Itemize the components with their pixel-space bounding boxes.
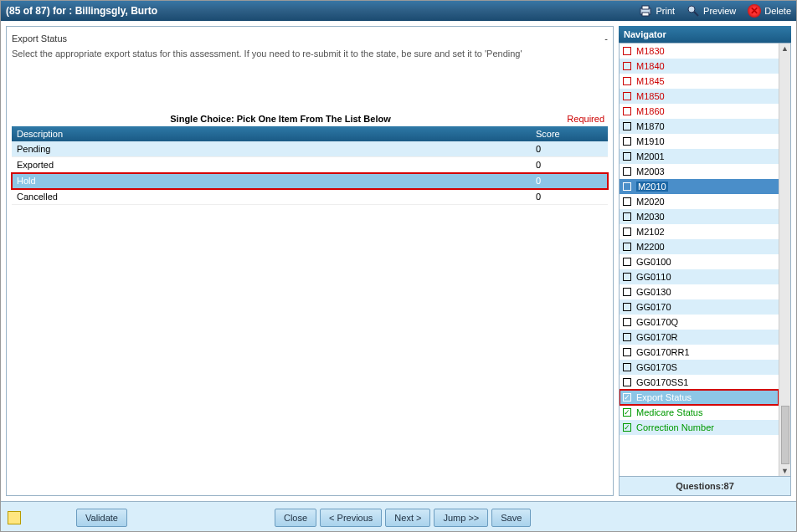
print-label: Print: [656, 6, 675, 16]
collapse-toggle[interactable]: -: [604, 33, 608, 43]
nav-item-m1840[interactable]: M1840: [620, 59, 779, 74]
svg-point-3: [688, 6, 695, 13]
navigator-header: Navigator: [619, 26, 791, 43]
grid-row-hold[interactable]: Hold0: [12, 173, 608, 189]
grid-cell-description: Pending: [17, 144, 536, 154]
checkbox-icon: [623, 318, 631, 326]
navigator-scrollbar[interactable]: ▲ ▼: [779, 43, 790, 476]
grid-cell-score: 0: [536, 160, 603, 170]
printer-icon: [639, 4, 652, 18]
nav-item-m2010[interactable]: M2010: [620, 179, 779, 194]
nav-item-label: GG0170SS1: [636, 377, 688, 387]
nav-item-label: M2010: [636, 182, 668, 192]
checkbox-icon: [623, 303, 631, 311]
save-button[interactable]: Save: [491, 509, 531, 527]
checkbox-icon: [623, 152, 631, 161]
nav-item-m2102[interactable]: M2102: [620, 224, 779, 239]
delete-button[interactable]: ✕ Delete: [748, 4, 791, 18]
next-button[interactable]: Next >: [385, 509, 430, 527]
nav-item-m1910[interactable]: M1910: [620, 134, 779, 149]
grid-cell-description: Hold: [17, 176, 536, 186]
grid-cell-score: 0: [536, 144, 603, 154]
navigator-body: M1830M1840M1845M1850M1860M1870M1910M2001…: [619, 43, 791, 477]
delete-icon: ✕: [748, 4, 761, 18]
checkbox-icon: [623, 182, 631, 191]
grid-row-cancelled[interactable]: Cancelled0: [12, 189, 608, 205]
nav-item-m2030[interactable]: M2030: [620, 209, 779, 224]
nav-item-m2200[interactable]: M2200: [620, 239, 779, 254]
main-panel: Export Status - Select the appropriate e…: [6, 26, 614, 496]
previous-button[interactable]: < Previous: [320, 509, 382, 527]
nav-item-m2001[interactable]: M2001: [620, 149, 779, 164]
grid-row-pending[interactable]: Pending0: [12, 141, 608, 157]
nav-item-gg0170s[interactable]: GG0170S: [620, 360, 779, 375]
grid-row-exported[interactable]: Exported0: [12, 157, 608, 173]
nav-item-m1845[interactable]: M1845: [620, 74, 779, 89]
nav-item-gg0170r[interactable]: GG0170R: [620, 330, 779, 345]
nav-item-m1850[interactable]: M1850: [620, 89, 779, 104]
nav-item-m1870[interactable]: M1870: [620, 119, 779, 134]
checkbox-icon: [623, 197, 631, 206]
section-title: Export Status: [12, 33, 67, 43]
preview-label: Preview: [703, 6, 736, 16]
nav-item-label: M1840: [636, 61, 665, 71]
nav-item-label: M2030: [636, 212, 665, 222]
checkbox-icon: [623, 212, 631, 221]
nav-item-label: Correction Number: [636, 422, 714, 432]
checkbox-icon: [623, 92, 631, 100]
navigator-footer: Questions:87: [619, 477, 791, 496]
checkbox-icon: [623, 243, 631, 251]
required-label: Required: [546, 114, 604, 124]
nav-item-label: M1870: [636, 121, 665, 131]
nav-item-m2020[interactable]: M2020: [620, 194, 779, 209]
nav-button-group: Close < Previous Next > Jump >> Save: [275, 509, 531, 527]
single-choice-label: Single Choice: Pick One Item From The Li…: [15, 114, 546, 124]
nav-item-label: Medicare Status: [636, 407, 702, 417]
nav-item-label: GG0170S: [636, 362, 677, 372]
nav-item-gg0170rr1[interactable]: GG0170RR1: [620, 345, 779, 360]
checkbox-icon: [623, 62, 631, 70]
grid-cell-score: 0: [536, 176, 603, 186]
nav-item-label: M1850: [636, 91, 665, 101]
nav-item-m1830[interactable]: M1830: [620, 43, 779, 59]
svg-rect-2: [642, 13, 649, 16]
scroll-thumb[interactable]: [781, 406, 789, 464]
nav-item-gg0100[interactable]: GG0100: [620, 254, 779, 269]
grid-cell-description: Exported: [17, 160, 536, 170]
nav-item-label: M2020: [636, 197, 665, 207]
single-choice-row: Single Choice: Pick One Item From The Li…: [12, 111, 608, 126]
nav-item-gg0170ss1[interactable]: GG0170SS1: [620, 375, 779, 390]
note-icon[interactable]: [8, 511, 21, 524]
scroll-up-icon[interactable]: ▲: [780, 43, 790, 54]
section-title-row: Export Status -: [12, 32, 608, 47]
nav-item-gg0110[interactable]: GG0110: [620, 269, 779, 284]
checkbox-icon: [623, 378, 631, 386]
nav-item-label: M1910: [636, 136, 665, 146]
preview-button[interactable]: Preview: [686, 4, 736, 18]
validate-button[interactable]: Validate: [76, 509, 127, 527]
col-header-score: Score: [536, 129, 603, 139]
magnifier-icon: [686, 4, 700, 18]
nav-item-label: GG0170RR1: [636, 347, 690, 357]
nav-item-label: M2003: [636, 166, 665, 176]
checkbox-icon: [623, 77, 631, 85]
checkbox-icon: [623, 47, 631, 55]
nav-item-medicare-status[interactable]: ✓Medicare Status: [620, 405, 779, 420]
nav-item-gg0170q[interactable]: GG0170Q: [620, 315, 779, 330]
nav-item-gg0130[interactable]: GG0130: [620, 284, 779, 299]
jump-button[interactable]: Jump >>: [434, 509, 488, 527]
close-button[interactable]: Close: [275, 509, 316, 527]
nav-item-m1860[interactable]: M1860: [620, 104, 779, 119]
nav-item-label: M1845: [636, 76, 665, 86]
print-button[interactable]: Print: [639, 4, 675, 18]
grid-cell-description: Cancelled: [17, 192, 536, 202]
nav-item-correction-number[interactable]: ✓Correction Number: [620, 420, 779, 435]
grid-header: Description Score: [12, 126, 608, 141]
nav-item-label: M1860: [636, 106, 665, 116]
nav-item-m2003[interactable]: M2003: [620, 164, 779, 179]
scroll-down-icon[interactable]: ▼: [780, 466, 790, 476]
nav-item-label: GG0170Q: [636, 317, 678, 327]
nav-item-gg0170[interactable]: GG0170: [620, 299, 779, 315]
nav-item-export-status[interactable]: ✓Export Status: [620, 390, 779, 405]
checkbox-icon: [623, 258, 631, 266]
